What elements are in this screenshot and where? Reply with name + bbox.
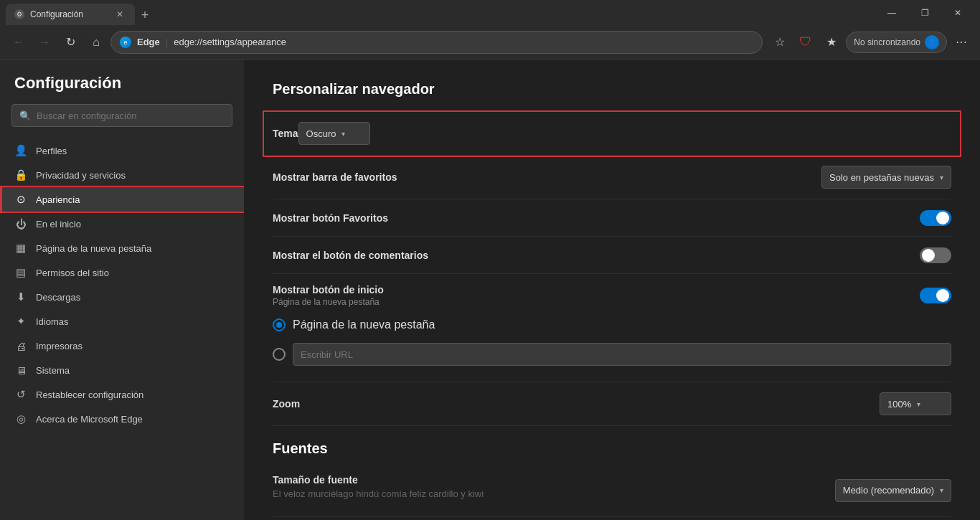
address-separator: | (166, 37, 168, 47)
boton-favoritos-control (920, 210, 951, 226)
idiomas-icon: ✦ (14, 315, 27, 328)
tab-favicon: ⚙ (14, 9, 24, 19)
radio-nueva-pestana-circle[interactable] (273, 318, 286, 331)
more-button[interactable]: ⋯ (950, 31, 973, 54)
sidebar-item-apariencia[interactable]: ⊙ Apariencia (0, 187, 244, 212)
sidebar-item-privacidad[interactable]: 🔒 Privacidad y servicios (0, 163, 244, 187)
sidebar-item-label: Restablecer configuración (36, 389, 143, 400)
font-size-dropdown[interactable]: Medio (recomendado) ▾ (835, 479, 951, 502)
sidebar-item-label: En el inicio (36, 219, 81, 230)
boton-comentarios-control (920, 247, 951, 263)
window-controls: — ❐ ✕ (875, 0, 974, 25)
inicio-icon: ⏻ (14, 217, 27, 230)
sidebar-item-impresoras[interactable]: 🖨 Impresoras (0, 334, 244, 358)
home-button[interactable]: ⌂ (85, 31, 108, 54)
sidebar-item-label: Impresoras (36, 341, 83, 351)
toggle-knob (936, 289, 949, 302)
sidebar-item-restablecer[interactable]: ↺ Restablecer configuración (0, 382, 244, 407)
chevron-down-icon: ▾ (341, 130, 345, 138)
chevron-down-icon: ▾ (917, 400, 920, 408)
shield-icon[interactable]: 🛡 (794, 31, 817, 54)
page-title: Personalizar navegador (273, 81, 951, 98)
sidebar-item-label: Perfiles (36, 146, 67, 156)
font-size-row: Tamaño de fuente El veloz murciélago hin… (273, 464, 951, 517)
tab-title: Configuración (30, 9, 83, 19)
refresh-button[interactable]: ↻ (59, 31, 82, 54)
sidebar-item-label: Descargas (36, 292, 80, 303)
fuentes-title: Fuentes (273, 440, 951, 457)
minimize-button[interactable]: — (875, 0, 908, 25)
font-size-labels: Tamaño de fuente El veloz murciélago hin… (273, 474, 835, 506)
sidebar-item-nueva-pestana[interactable]: ▦ Página de la nueva pestaña (0, 236, 244, 260)
sidebar-item-acerca[interactable]: ◎ Acerca de Microsoft Edge (0, 407, 244, 431)
font-size-label: Tamaño de fuente (273, 474, 835, 486)
font-preview-text: El veloz murciélago hindú comía feliz ca… (273, 486, 835, 506)
boton-inicio-control (920, 288, 951, 303)
address-bar[interactable]: e Edge | edge://settings/appearance (110, 31, 763, 54)
radio-url-circle[interactable] (273, 348, 286, 361)
toolbar-right: ☆ 🛡 ★ No sincronizando 👤 ⋯ (768, 31, 973, 54)
sync-label: No sincronizando (854, 37, 920, 47)
barra-favoritos-label: Mostrar barra de favoritos (273, 171, 821, 183)
settings-tab[interactable]: ⚙ Configuración ✕ (6, 4, 135, 25)
zoom-control: 100% ▾ (880, 392, 951, 415)
perfiles-icon: 👤 (14, 144, 27, 157)
impresoras-icon: 🖨 (14, 339, 27, 352)
sidebar-item-label: Permisos del sitio (36, 268, 109, 278)
boton-comentarios-toggle[interactable] (920, 247, 951, 263)
zoom-label: Zoom (273, 398, 880, 410)
toggle-knob (922, 249, 935, 262)
tema-control: Oscuro ▾ (298, 122, 370, 145)
sidebar-item-descargas[interactable]: ⬇ Descargas (0, 285, 244, 309)
sidebar-item-label: Sistema (36, 365, 70, 376)
content-area: Personalizar navegador Tema Oscuro ▾ Mos… (244, 60, 980, 520)
sidebar-title: Configuración (0, 74, 244, 104)
sync-button[interactable]: No sincronizando 👤 (846, 32, 947, 53)
forward-button[interactable]: → (33, 31, 56, 54)
zoom-dropdown[interactable]: 100% ▾ (880, 392, 951, 415)
restore-button[interactable]: ❐ (908, 0, 941, 25)
descargas-icon: ⬇ (14, 290, 27, 303)
new-tab-button[interactable]: + (135, 5, 155, 25)
sidebar-item-perfiles[interactable]: 👤 Perfiles (0, 138, 244, 163)
sidebar: Configuración 🔍 👤 Perfiles 🔒 Privacidad … (0, 60, 244, 520)
personalizar-fuentes-row[interactable]: Personalizar fuentes › (273, 517, 951, 520)
sistema-icon: 🖥 (14, 364, 27, 377)
collections-button[interactable]: ★ (820, 31, 843, 54)
search-input[interactable] (37, 110, 225, 121)
boton-comentarios-label: Mostrar el botón de comentarios (273, 250, 920, 261)
toolbar: ← → ↻ ⌂ e Edge | edge://settings/appeara… (0, 25, 980, 60)
address-brand: Edge (137, 37, 160, 47)
sidebar-item-label: Idiomas (36, 316, 69, 327)
search-box[interactable]: 🔍 (11, 104, 232, 127)
barra-favoritos-dropdown[interactable]: Solo en pestañas nuevas ▾ (821, 166, 951, 189)
boton-inicio-row: Mostrar botón de inicio Página de la nue… (273, 274, 951, 382)
barra-favoritos-control: Solo en pestañas nuevas ▾ (821, 166, 951, 189)
boton-comentarios-row: Mostrar el botón de comentarios (273, 237, 951, 274)
sidebar-item-inicio[interactable]: ⏻ En el inicio (0, 212, 244, 236)
search-icon: 🔍 (19, 110, 31, 121)
boton-inicio-label: Mostrar botón de inicio (273, 284, 384, 296)
barra-favoritos-row: Mostrar barra de favoritos Solo en pesta… (273, 156, 951, 199)
boton-inicio-toggle[interactable] (920, 288, 951, 303)
permisos-sitio-icon: ▤ (14, 266, 27, 279)
sidebar-item-label: Página de la nueva pestaña (36, 243, 151, 254)
boton-inicio-options: Página de la nueva pestaña (273, 307, 951, 372)
sidebar-item-label: Privacidad y servicios (36, 170, 126, 181)
tema-dropdown[interactable]: Oscuro ▾ (298, 122, 370, 145)
bookmark-button[interactable]: ☆ (768, 31, 791, 54)
back-button[interactable]: ← (7, 31, 30, 54)
url-input[interactable] (293, 343, 951, 366)
tema-row: Tema Oscuro ▾ (264, 112, 960, 156)
font-size-control: Medio (recomendado) ▾ (835, 479, 951, 502)
sidebar-item-sistema[interactable]: 🖥 Sistema (0, 358, 244, 382)
sidebar-item-idiomas[interactable]: ✦ Idiomas (0, 309, 244, 334)
tab-close-button[interactable]: ✕ (113, 8, 126, 21)
acerca-icon: ◎ (14, 412, 27, 425)
sidebar-item-permisos-sitio[interactable]: ▤ Permisos del sitio (0, 260, 244, 285)
chevron-down-icon: ▾ (940, 486, 943, 494)
restablecer-icon: ↺ (14, 388, 27, 401)
nueva-pestana-icon: ▦ (14, 242, 27, 255)
boton-favoritos-toggle[interactable] (920, 210, 951, 226)
close-button[interactable]: ✕ (941, 0, 974, 25)
